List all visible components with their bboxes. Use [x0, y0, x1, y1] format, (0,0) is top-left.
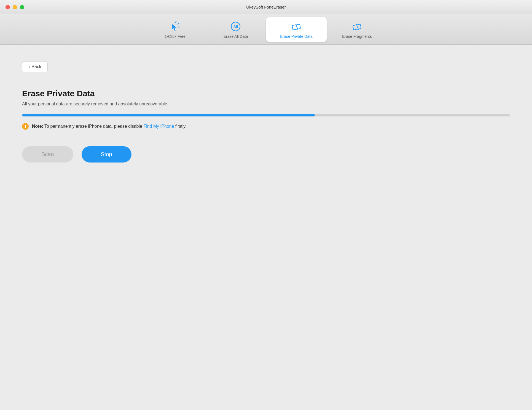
- note-body: To permanently erase iPhone data, please…: [43, 124, 144, 129]
- back-label: Back: [31, 64, 41, 69]
- scan-button[interactable]: Scan: [22, 146, 73, 163]
- stop-button[interactable]: Stop: [82, 146, 131, 163]
- page-title: Erase Private Data: [22, 89, 510, 98]
- main-content: ‹ Back Erase Private Data All your perso…: [0, 45, 532, 410]
- tab-bar: 1-Click Free All Erase All Data Erase Pr…: [0, 14, 532, 45]
- tab-erase-all-data[interactable]: All Erase All Data: [205, 17, 266, 42]
- window-controls: [6, 5, 24, 9]
- note-row: ! Note: To permanently erase iPhone data…: [22, 123, 510, 130]
- progress-fill: [22, 114, 315, 116]
- minimize-button[interactable]: [13, 5, 17, 9]
- warning-icon: !: [22, 123, 29, 130]
- tab-erase-all-data-label: Erase All Data: [224, 34, 248, 39]
- cursor-icon: [169, 20, 181, 33]
- svg-text:All: All: [233, 25, 238, 29]
- note-suffix: firstly.: [174, 124, 187, 129]
- back-button[interactable]: ‹ Back: [22, 61, 48, 72]
- maximize-button[interactable]: [20, 5, 24, 9]
- note-text: Note: To permanently erase iPhone data, …: [32, 124, 187, 129]
- tab-erase-private-data[interactable]: Erase Private Data: [266, 17, 327, 42]
- note-prefix: Note:: [32, 124, 43, 129]
- tab-erase-private-data-label: Erase Private Data: [280, 34, 313, 39]
- window-title: UkeySoft FoneEraser: [246, 5, 286, 9]
- close-button[interactable]: [6, 5, 10, 9]
- tab-erase-fragments[interactable]: Erase Fragments: [327, 17, 387, 42]
- title-bar: UkeySoft FoneEraser: [0, 0, 532, 14]
- find-my-iphone-link[interactable]: Find My iPhone: [143, 124, 174, 129]
- svg-line-1: [178, 23, 179, 24]
- page-subtitle: All your personal data are securely remo…: [22, 102, 510, 107]
- erase-fragments-icon: [351, 20, 363, 33]
- erase-private-icon: [290, 20, 302, 33]
- progress-bar: [22, 114, 510, 116]
- tab-one-click-free-label: 1-Click Free: [165, 34, 185, 39]
- back-chevron: ‹: [28, 64, 30, 69]
- erase-all-icon: All: [230, 20, 242, 33]
- button-row: Scan Stop: [22, 146, 510, 163]
- svg-line-0: [175, 22, 176, 23]
- tab-erase-fragments-label: Erase Fragments: [342, 34, 372, 39]
- tab-one-click-free[interactable]: 1-Click Free: [145, 17, 205, 42]
